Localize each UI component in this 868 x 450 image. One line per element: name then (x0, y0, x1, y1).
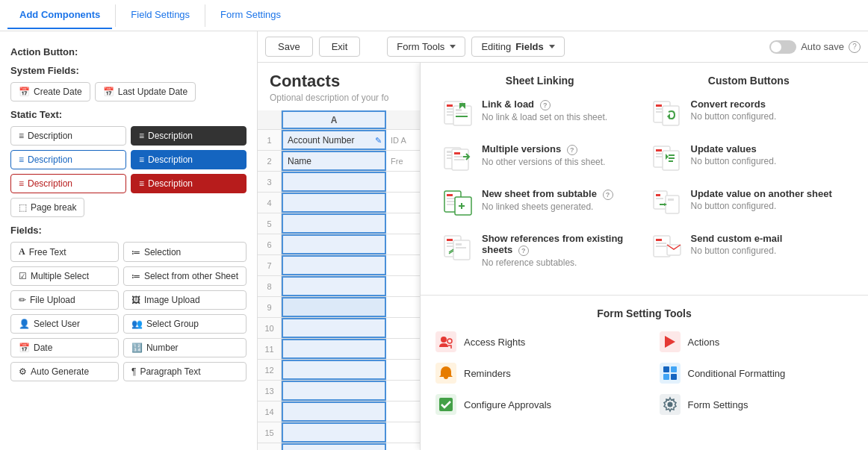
cell-14-a[interactable] (282, 401, 386, 422)
field-paragraph-text[interactable]: ¶ Paragraph Text (123, 362, 247, 381)
form-tool-approvals[interactable]: Configure Approvals (435, 394, 630, 415)
cell-16-a[interactable] (282, 443, 386, 450)
cell-3-a[interactable] (282, 172, 386, 192)
number-icon: 🔢 (131, 343, 143, 353)
system-field-create-date[interactable]: 📅 Create Date (10, 82, 90, 101)
desc-btn-red[interactable]: ≡ Description (131, 174, 247, 193)
link-load-help[interactable]: ? (540, 100, 551, 110)
cell-2-a[interactable]: Name (282, 151, 386, 171)
multiple-versions-help[interactable]: ? (567, 145, 577, 155)
svg-rect-57 (671, 366, 677, 372)
dropdown-item-link-load[interactable]: Link & load ? No link & load set on this… (443, 99, 637, 128)
cell-4-a[interactable] (282, 193, 386, 213)
field-multiple-select[interactable]: ☑ Multiple Select (10, 266, 119, 286)
desc-btn-red-outline[interactable]: ≡ Description (10, 174, 126, 193)
update-values-text: Update values No button configured. (691, 143, 777, 166)
auto-save-help-icon[interactable]: ? (849, 41, 861, 53)
svg-rect-56 (663, 366, 669, 372)
form-settings-icon (660, 394, 681, 415)
show-refs-icon (443, 233, 473, 263)
editing-chevron (549, 45, 555, 49)
desc-btn-dark-1[interactable]: ≡ Description (131, 126, 247, 146)
save-button[interactable]: Save (265, 37, 313, 57)
editing-fields-dropdown[interactable]: Editing Fields (471, 37, 564, 57)
field-select-other-sheet[interactable]: ≔ Select from other Sheet (123, 266, 247, 286)
exit-button[interactable]: Exit (319, 37, 361, 57)
conditional-icon (660, 363, 681, 384)
form-tool-actions[interactable]: Actions (660, 331, 854, 352)
field-select-user[interactable]: 👤 Select User (10, 314, 119, 334)
field-number[interactable]: 🔢 Number (123, 338, 247, 357)
svg-rect-16 (454, 159, 465, 160)
svg-rect-28 (456, 243, 462, 246)
dropdown-item-update-another[interactable]: Update value on another sheet No button … (652, 188, 846, 218)
dropdown-item-show-refs[interactable]: Show references from existing sheets ? N… (443, 233, 637, 268)
cell-9-a[interactable] (282, 297, 386, 317)
desc-btn-white-1[interactable]: ≡ Description (10, 126, 126, 146)
cell-10-a[interactable] (282, 318, 386, 338)
field-select-group[interactable]: 👥 Select Group (123, 314, 247, 334)
group-icon: 👥 (131, 319, 143, 329)
multiple-versions-title: Multiple versions ? (482, 143, 605, 155)
cell-8-a[interactable] (282, 276, 386, 296)
svg-rect-50 (656, 243, 666, 244)
form-setting-tools-title: Form Setting Tools (435, 307, 853, 319)
list-icon-6: ≡ (139, 178, 144, 189)
dropdown-item-multiple-versions[interactable]: Multiple versions ? No other versions of… (443, 143, 637, 173)
page-break-button[interactable]: ⬚ Page break (10, 198, 84, 217)
desc-btn-blue-outline[interactable]: ≡ Description (10, 150, 126, 169)
cell-6-a[interactable] (282, 234, 386, 254)
new-sheet-desc: No linked sheets generated. (482, 201, 613, 212)
cell-13-a[interactable] (282, 381, 386, 401)
link-load-title: Link & load ? (482, 99, 607, 110)
cell-11-a[interactable] (282, 339, 386, 359)
field-selection[interactable]: ≔ Selection (123, 242, 247, 262)
row-num-1: 1 (258, 130, 282, 150)
actions-icon (660, 331, 681, 352)
form-tool-access-rights[interactable]: Access Rights (435, 331, 630, 352)
field-free-text[interactable]: A Free Text (10, 242, 119, 262)
checkbox-icon: ☑ (19, 271, 27, 281)
dropdown-item-convert[interactable]: Convert records No button configured. (652, 99, 846, 128)
dropdown-item-new-sheet[interactable]: New sheet from subtable ? No linked shee… (443, 188, 637, 218)
svg-point-53 (441, 337, 447, 343)
show-refs-help[interactable]: ? (518, 246, 529, 256)
form-tools-dropdown[interactable]: Form Tools (387, 37, 465, 57)
svg-rect-1 (447, 104, 453, 107)
svg-rect-24 (447, 239, 453, 241)
form-tool-conditional[interactable]: Conditional Formatting (660, 363, 854, 384)
cell-1-a[interactable]: Account Number ✎ (282, 130, 386, 150)
system-field-last-update[interactable]: 📅 Last Update Date (95, 82, 196, 101)
page-break-grid: ⬚ Page break (10, 198, 247, 217)
cell-15-a[interactable] (282, 422, 386, 443)
dropdown-item-email[interactable]: Send custom e-mail No button configured. (652, 233, 846, 263)
form-tool-form-settings[interactable]: Form Settings (660, 394, 854, 415)
field-auto-generate[interactable]: ⚙ Auto Generate (10, 362, 119, 381)
svg-rect-14 (454, 152, 460, 154)
convert-title: Convert records (691, 99, 777, 110)
cell-12-a[interactable] (282, 360, 386, 380)
tab-form-settings[interactable]: Form Settings (208, 1, 293, 29)
cell-5-a[interactable] (282, 213, 386, 234)
new-sheet-icon (443, 188, 473, 218)
cell-7-a[interactable] (282, 255, 386, 275)
dropdown-item-update-values[interactable]: Update values No button configured. (652, 143, 846, 173)
field-image-upload[interactable]: 🖼 Image Upload (123, 290, 247, 310)
user-icon: 👤 (19, 319, 30, 329)
conditional-label: Conditional Formatting (688, 368, 786, 379)
top-navigation: Add Components Field Settings Form Setti… (0, 0, 868, 31)
form-tool-reminders[interactable]: Reminders (435, 363, 630, 384)
new-sheet-help[interactable]: ? (603, 190, 613, 200)
tab-add-components[interactable]: Add Components (7, 1, 112, 29)
selection-icon: ≔ (131, 247, 140, 257)
tab-field-settings[interactable]: Field Settings (119, 1, 202, 29)
multiple-versions-text: Multiple versions ? No other versions of… (482, 143, 605, 167)
svg-point-61 (667, 402, 672, 407)
update-another-text: Update value on another sheet No button … (691, 188, 832, 211)
desc-btn-blue[interactable]: ≡ Description (131, 150, 247, 169)
field-date[interactable]: 📅 Date (10, 338, 119, 357)
static-text-row-3: ≡ Description ≡ Description (10, 174, 247, 193)
auto-save-toggle[interactable] (769, 40, 796, 54)
field-file-upload[interactable]: ✏ File Upload (10, 290, 119, 310)
dropdown-cols: Sheet Linking (435, 75, 853, 283)
